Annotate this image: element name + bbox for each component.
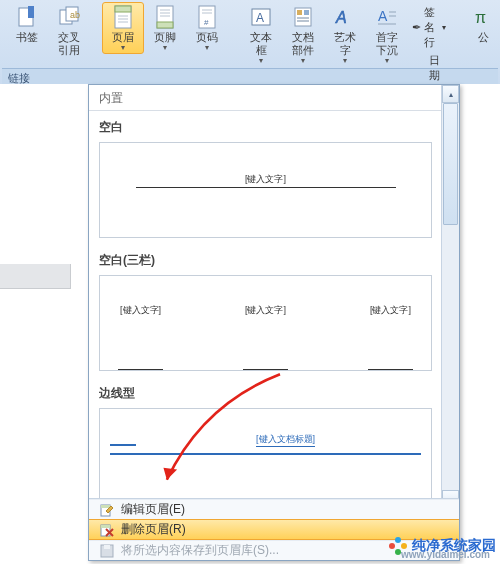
wordart-icon: A <box>333 5 357 29</box>
svg-rect-23 <box>297 10 302 15</box>
svg-rect-12 <box>157 22 173 28</box>
ribbon: 书签 ab 交叉引用 页眉 ▾ 页脚 <box>0 0 500 89</box>
svg-rect-34 <box>101 505 110 508</box>
textbox-icon: A <box>249 5 273 29</box>
svg-text:#: # <box>204 18 209 27</box>
preview-placeholder: [键入文字] <box>136 173 396 188</box>
gallery-item-blank-3col[interactable]: [键入文字] [键入文字] [键入文字] <box>99 275 432 371</box>
edit-icon <box>99 502 115 518</box>
pagenum-icon: # <box>195 5 219 29</box>
page-edge <box>0 264 71 289</box>
dropcap-icon: A <box>375 5 399 29</box>
gallery-item-title: 空白(三栏) <box>89 244 442 273</box>
chevron-down-icon: ▾ <box>385 58 389 64</box>
svg-text:ab: ab <box>70 10 80 20</box>
edit-header-menuitem[interactable]: 编辑页眉(E) <box>89 499 459 519</box>
wordart-label: 艺术字 <box>329 31 361 57</box>
equation-label: 公 <box>478 31 489 44</box>
menu-label: 将所选内容保存到页眉库(S)... <box>121 542 279 559</box>
svg-rect-25 <box>297 17 309 19</box>
crossref-icon: ab <box>57 5 81 29</box>
chevron-down-icon: ▾ <box>121 45 125 51</box>
gallery-item-title: 空白 <box>89 111 442 140</box>
svg-text:π: π <box>475 9 486 26</box>
save-icon <box>99 543 115 559</box>
equation-button[interactable]: π 公 <box>462 2 500 47</box>
menu-label: 删除页眉(R) <box>121 521 186 538</box>
ribbon-group-text: A 文本框 ▾ 文档部件 ▾ A 艺术字 ▾ A <box>236 2 454 68</box>
equation-icon: π <box>471 5 495 29</box>
svg-rect-36 <box>101 525 110 528</box>
footer-button[interactable]: 页脚 ▾ <box>144 2 186 54</box>
sigline-icon: ✒ <box>412 21 421 35</box>
chevron-down-icon: ▾ <box>301 58 305 64</box>
textbox-label: 文本框 <box>245 31 277 57</box>
chevron-down-icon: ▾ <box>259 58 263 64</box>
dropcap-button[interactable]: A 首字下沉 ▾ <box>366 2 408 67</box>
quickparts-icon <box>291 5 315 29</box>
gallery-item-title: 边线型 <box>89 377 442 406</box>
bookmark-icon <box>15 5 39 29</box>
textbox-button[interactable]: A 文本框 ▾ <box>240 2 282 67</box>
svg-rect-24 <box>304 10 309 15</box>
sigline-button[interactable]: ✒签名行 ▾ <box>408 4 450 51</box>
svg-point-42 <box>395 537 401 543</box>
chevron-down-icon: ▾ <box>205 45 209 51</box>
chevron-down-icon: ▾ <box>343 58 347 64</box>
watermark-url: www.yidaimei.com <box>401 549 490 560</box>
header-gallery-panel: 内置 空白 [键入文字] 空白(三栏) [键入文字] [键入文字] [键入文字]… <box>88 84 460 561</box>
header-icon <box>111 5 135 29</box>
svg-rect-26 <box>297 20 309 22</box>
preview-placeholder: [键入文字] <box>118 304 163 370</box>
crossref-label: 交叉引用 <box>58 31 80 57</box>
gallery-scrollbar[interactable]: ▴ ▾ <box>441 85 459 504</box>
scroll-thumb[interactable] <box>443 103 458 225</box>
svg-point-45 <box>389 543 395 549</box>
ribbon-group-headerfooter: 页眉 ▾ 页脚 ▾ # 页码 ▾ <box>98 2 232 68</box>
gallery-section-label: 内置 <box>89 85 442 111</box>
header-button[interactable]: 页眉 ▾ <box>102 2 144 54</box>
pagenum-button[interactable]: # 页码 ▾ <box>186 2 228 54</box>
crossref-button[interactable]: ab 交叉引用 <box>48 2 90 60</box>
quickparts-button[interactable]: 文档部件 ▾ <box>282 2 324 67</box>
preview-placeholder: [键入文字] <box>368 304 413 370</box>
menu-label: 编辑页眉(E) <box>121 501 185 518</box>
dropcap-label: 首字下沉 <box>371 31 403 57</box>
ribbon-group-links: 书签 ab 交叉引用 <box>2 2 94 68</box>
gallery-item-edge[interactable]: [键入文档标题] <box>99 408 432 500</box>
gallery-item-blank[interactable]: [键入文字] <box>99 142 432 238</box>
svg-rect-7 <box>115 6 131 12</box>
remove-icon <box>99 522 115 538</box>
preview-placeholder: [键入文档标题] <box>256 433 315 447</box>
svg-text:A: A <box>378 8 388 24</box>
preview-placeholder: [键入文字] <box>243 304 288 370</box>
svg-text:A: A <box>335 9 347 26</box>
chevron-down-icon: ▾ <box>163 45 167 51</box>
footer-icon <box>153 5 177 29</box>
bookmark-button[interactable]: 书签 <box>6 2 48 47</box>
svg-text:A: A <box>256 11 264 25</box>
quickparts-label: 文档部件 <box>287 31 319 57</box>
svg-rect-40 <box>104 545 110 549</box>
bookmark-label: 书签 <box>16 31 38 44</box>
wordart-button[interactable]: A 艺术字 ▾ <box>324 2 366 67</box>
scroll-up-button[interactable]: ▴ <box>442 85 459 103</box>
watermark: 纯净系统家园 www.yidaimei.com <box>388 536 496 556</box>
